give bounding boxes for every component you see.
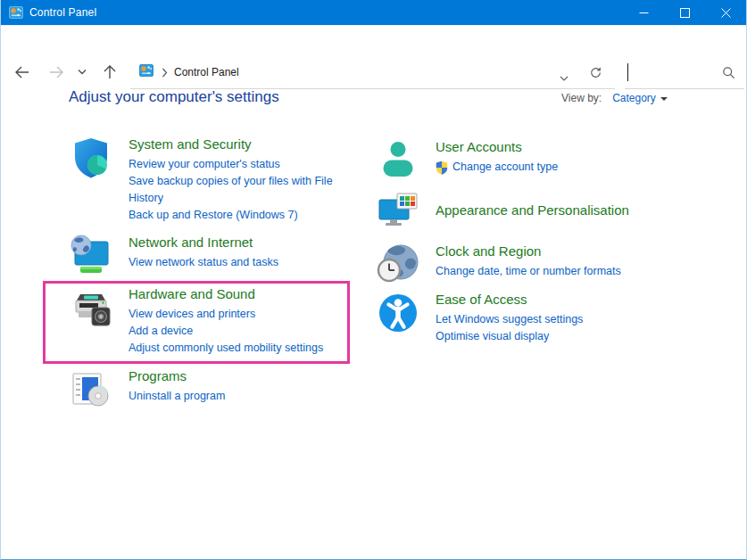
- uac-shield-icon: [436, 161, 448, 175]
- view-by-label: View by:: [561, 92, 602, 104]
- address-bar[interactable]: Control Panel: [130, 56, 615, 89]
- category-link[interactable]: Change date, time or number formats: [436, 263, 694, 280]
- minimize-icon[interactable]: [623, 0, 664, 25]
- search-icon[interactable]: [722, 66, 735, 83]
- category-link[interactable]: Review your computer's status: [129, 156, 353, 173]
- programs-disc-icon: [69, 367, 113, 412]
- category-user-accounts[interactable]: User Accounts Change account type: [376, 138, 694, 183]
- category-link[interactable]: Add a device: [129, 323, 353, 340]
- address-dropdown-chevron-icon[interactable]: [560, 70, 569, 86]
- back-button[interactable]: [12, 62, 33, 83]
- category-link[interactable]: View devices and printers: [129, 306, 353, 323]
- category-link[interactable]: Optimise visual display: [436, 328, 694, 345]
- category-network-and-internet[interactable]: Network and Internet View network status…: [69, 234, 353, 278]
- control-panel-icon: [9, 5, 23, 20]
- category-link[interactable]: Let Windows suggest settings: [436, 311, 694, 328]
- user-icon: [376, 138, 420, 183]
- refresh-icon[interactable]: [589, 66, 602, 83]
- breadcrumb-chevron-icon[interactable]: [162, 68, 168, 78]
- page-title: Adjust your computer's settings: [69, 88, 279, 106]
- control-panel-icon: [139, 63, 154, 81]
- category-clock-and-region[interactable]: Clock and Region Change date, time or nu…: [376, 243, 694, 287]
- forward-button[interactable]: [46, 62, 67, 83]
- clock-globe-icon: [376, 243, 420, 287]
- category-link[interactable]: Change account type: [436, 159, 694, 176]
- title-bar: Control Panel: [1, 0, 746, 25]
- close-icon[interactable]: [705, 0, 746, 25]
- category-programs[interactable]: Programs Uninstall a program: [69, 367, 353, 412]
- category-link[interactable]: View network status and tasks: [129, 254, 353, 271]
- category-title[interactable]: Hardware and Sound: [129, 285, 353, 303]
- accessibility-icon: [376, 291, 420, 335]
- view-by-value[interactable]: Category: [612, 92, 656, 104]
- category-title[interactable]: Appearance and Personalisation: [436, 202, 694, 219]
- category-link[interactable]: Adjust commonly used mobility settings: [129, 340, 353, 357]
- category-link[interactable]: Save backup copies of your files with Fi…: [129, 173, 353, 207]
- up-button[interactable]: [99, 62, 120, 83]
- display-palette-icon: [376, 189, 420, 234]
- category-title[interactable]: Network and Internet: [129, 234, 353, 251]
- chevron-down-icon: [660, 97, 668, 101]
- category-link[interactable]: Uninstall a program: [129, 388, 353, 405]
- category-appearance-and-personalisation[interactable]: Appearance and Personalisation: [376, 189, 694, 234]
- category-title[interactable]: Programs: [129, 367, 353, 385]
- category-title[interactable]: Clock and Region: [436, 243, 694, 260]
- category-link-label: Change account type: [452, 159, 558, 176]
- category-title[interactable]: User Accounts: [436, 138, 694, 156]
- shield-icon: [69, 136, 113, 180]
- breadcrumb-item[interactable]: Control Panel: [174, 66, 239, 78]
- category-ease-of-access[interactable]: Ease of Access Let Windows suggest setti…: [376, 291, 694, 345]
- navigation-bar: Control Panel: [1, 25, 746, 68]
- category-link[interactable]: Back up and Restore (Windows 7): [129, 207, 353, 224]
- recent-pages-chevron-icon[interactable]: [74, 62, 90, 83]
- category-title[interactable]: Ease of Access: [436, 291, 694, 309]
- window-title: Control Panel: [29, 6, 96, 19]
- search-input[interactable]: [625, 56, 744, 89]
- printer-speaker-icon: [69, 285, 113, 330]
- category-title[interactable]: System and Security: [129, 136, 353, 153]
- network-monitor-icon: [69, 234, 113, 278]
- view-by-control: View by: Category: [561, 92, 668, 104]
- category-system-and-security[interactable]: System and Security Review your computer…: [69, 136, 353, 224]
- text-caret: [627, 63, 628, 81]
- maximize-icon[interactable]: [664, 0, 705, 25]
- category-hardware-and-sound[interactable]: Hardware and Sound View devices and prin…: [69, 285, 353, 357]
